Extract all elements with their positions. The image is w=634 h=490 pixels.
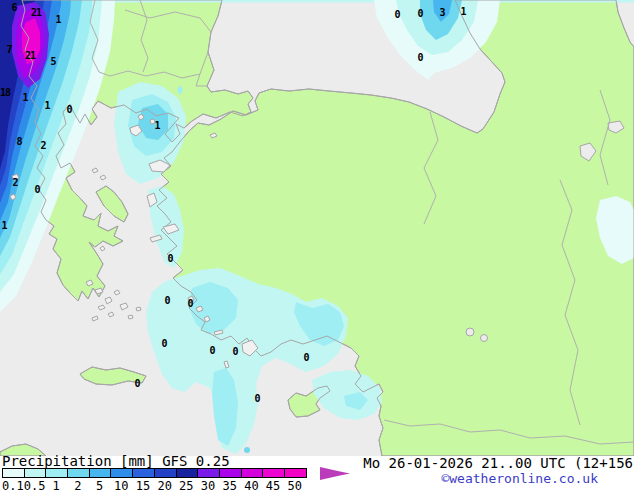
map-canvas bbox=[0, 0, 634, 456]
legend-swatch-50 bbox=[284, 468, 307, 478]
legend-swatch-35 bbox=[219, 468, 242, 478]
legend-swatch-10 bbox=[110, 468, 133, 478]
legend-swatch-1 bbox=[45, 468, 68, 478]
legend-tick-15: 15 bbox=[132, 479, 154, 490]
island-cyclades bbox=[136, 307, 141, 311]
legend-tick-25: 25 bbox=[176, 479, 198, 490]
legend-tick-45: 45 bbox=[262, 479, 284, 490]
legend-overflow-arrow bbox=[320, 467, 352, 481]
legend-title: Precipitation [mm] GFS 0.25 bbox=[2, 453, 230, 469]
legend-tick-2: 2 bbox=[67, 479, 89, 490]
legend-swatch-5 bbox=[89, 468, 112, 478]
legend-tick-50: 50 bbox=[284, 479, 306, 490]
legend-tick-40: 40 bbox=[241, 479, 263, 490]
precipitation-map: 621172151811082201100310000000000 bbox=[0, 0, 634, 456]
legend-tick-1: 1 bbox=[45, 479, 67, 490]
legend-colorbar bbox=[2, 468, 307, 478]
legend-swatch-30 bbox=[197, 468, 220, 478]
forecast-datetime: Mo 26-01-2026 21..00 UTC (12+156 bbox=[363, 455, 633, 471]
legend-tick-0.1: 0.1 bbox=[2, 479, 24, 490]
island-cyclades bbox=[128, 315, 133, 319]
precip-spot-south bbox=[244, 447, 250, 453]
legend-tick-5: 5 bbox=[89, 479, 111, 490]
legend-swatch-40 bbox=[241, 468, 264, 478]
legend-swatch-15 bbox=[132, 468, 155, 478]
legend-tick-0.5: 0.5 bbox=[24, 479, 46, 490]
legend-tick-10: 10 bbox=[110, 479, 132, 490]
legend-swatch-0.5 bbox=[24, 468, 47, 478]
island-samothrace bbox=[150, 119, 155, 124]
legend-tick-30: 30 bbox=[197, 479, 219, 490]
copyright-link[interactable]: ©weatheronline.co.uk bbox=[441, 471, 598, 486]
legend-swatch-0.1 bbox=[2, 468, 25, 478]
legend-swatch-25 bbox=[176, 468, 199, 478]
legend-tick-labels: 0.10.5125101520253035404550 bbox=[2, 479, 306, 490]
legend-tick-35: 35 bbox=[219, 479, 241, 490]
legend-swatch-45 bbox=[262, 468, 285, 478]
legend-swatch-20 bbox=[154, 468, 177, 478]
legend-tick-20: 20 bbox=[154, 479, 176, 490]
lake-small bbox=[481, 335, 488, 342]
legend-swatch-2 bbox=[67, 468, 90, 478]
weather-map-page: 621172151811082201100310000000000 Precip… bbox=[0, 0, 634, 490]
lake-beysehir bbox=[466, 328, 474, 336]
